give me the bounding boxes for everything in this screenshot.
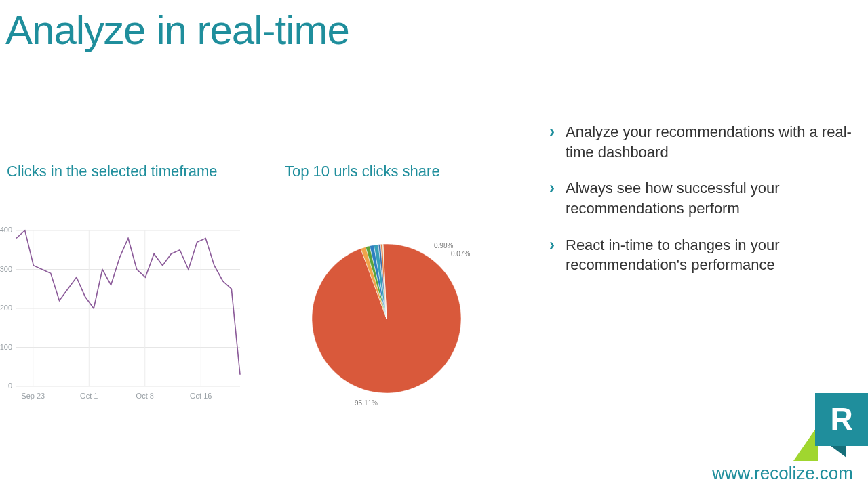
svg-text:100: 100: [0, 343, 12, 351]
bullet-item: React in-time to changes in your recomme…: [549, 235, 854, 291]
svg-text:Oct 8: Oct 8: [136, 392, 154, 400]
svg-text:Oct 16: Oct 16: [190, 392, 212, 400]
svg-text:0.98%: 0.98%: [434, 242, 453, 249]
bullet-list: Analyze your recommendations with a real…: [549, 122, 854, 291]
logo-letter: R: [830, 401, 852, 436]
bullet-item: Analyze your recommendations with a real…: [549, 122, 854, 178]
brand-logo: R: [793, 393, 868, 461]
svg-marker-21: [793, 426, 818, 461]
svg-text:400: 400: [0, 226, 12, 234]
svg-text:95.11%: 95.11%: [355, 399, 378, 407]
pie-chart-title: Top 10 urls clicks share: [285, 163, 440, 180]
footer-url: www.recolize.com: [712, 463, 853, 484]
svg-text:Oct 1: Oct 1: [80, 392, 98, 400]
line-chart: 0100200300400Sep 23Oct 1Oct 8Oct 16: [0, 224, 244, 407]
svg-text:300: 300: [0, 265, 12, 273]
svg-text:Sep 23: Sep 23: [21, 392, 45, 400]
svg-text:0.07%: 0.07%: [451, 250, 470, 258]
line-chart-title: Clicks in the selected timeframe: [7, 163, 218, 180]
pie-chart: 95.11%0.98%0.07%: [298, 224, 502, 407]
svg-text:200: 200: [0, 304, 12, 312]
bullet-item: Always see how successful your recommend…: [549, 178, 854, 235]
page-title: Analyze in real-time: [0, 0, 868, 54]
svg-marker-23: [831, 446, 846, 458]
svg-text:0: 0: [8, 382, 12, 390]
